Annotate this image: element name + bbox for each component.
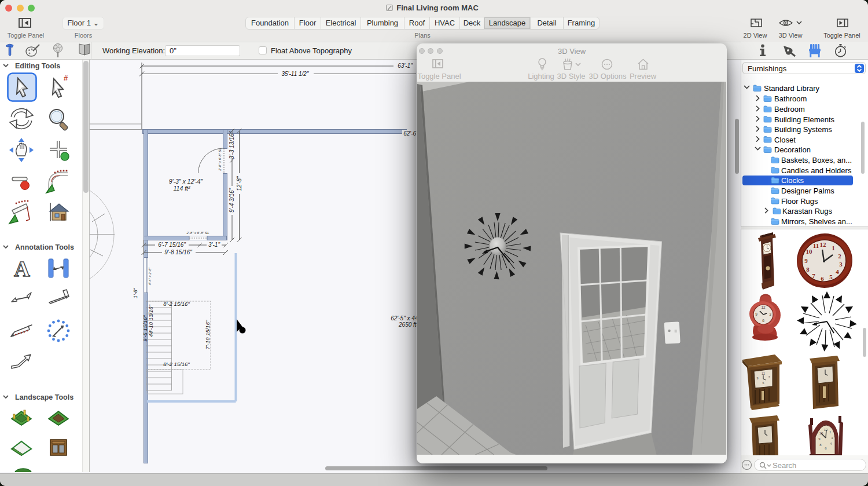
- svg-text:9: 9: [804, 257, 808, 264]
- svg-text:7: 7: [812, 272, 815, 279]
- svg-text:9'-3" x 12'-4": 9'-3" x 12'-4": [169, 178, 204, 185]
- svg-text:12: 12: [820, 241, 827, 248]
- svg-text:6'-7 15/16": 6'-7 15/16": [158, 242, 186, 248]
- svg-text:9'-5 15/16": 9'-5 15/16": [142, 315, 148, 342]
- svg-text:Karastan Rugs: Karastan Rugs: [782, 207, 832, 215]
- svg-text:8'-2 15/16": 8'-2 15/16": [163, 361, 190, 367]
- svg-text:11: 11: [813, 242, 819, 249]
- svg-text:6: 6: [762, 381, 764, 385]
- svg-text:35'-11 1/2": 35'-11 1/2": [282, 71, 309, 77]
- svg-text:Standard Library: Standard Library: [764, 84, 820, 93]
- svg-text:1: 1: [832, 244, 835, 251]
- svg-text:9'-8 15/16": 9'-8 15/16": [164, 249, 192, 255]
- svg-text:6: 6: [762, 319, 764, 323]
- svg-text:12: 12: [761, 305, 766, 309]
- svg-text:Designer Palms: Designer Palms: [781, 187, 834, 195]
- svg-text:Building Elements: Building Elements: [774, 115, 835, 124]
- svg-text:44'-10 13/16": 44'-10 13/16": [148, 304, 154, 337]
- svg-text:Closet: Closet: [774, 136, 796, 144]
- svg-text:Mirrors, Shelves an...: Mirrors, Shelves an...: [781, 217, 852, 226]
- svg-text:2: 2: [838, 253, 841, 260]
- svg-text:3: 3: [769, 312, 771, 316]
- svg-text:8: 8: [806, 266, 810, 273]
- svg-text:9: 9: [756, 377, 758, 380]
- svg-text:2650 ft²: 2650 ft²: [398, 321, 419, 328]
- svg-text:3: 3: [768, 375, 770, 379]
- svg-text:3'-3 13/16": 3'-3 13/16": [229, 131, 235, 159]
- svg-text:3: 3: [839, 261, 843, 268]
- svg-text:#: #: [64, 74, 68, 82]
- svg-text:7'-10 15/16": 7'-10 15/16": [204, 320, 211, 349]
- svg-text:A: A: [14, 257, 30, 281]
- svg-text:Clocks: Clocks: [781, 176, 804, 185]
- svg-text:4: 4: [836, 268, 839, 275]
- svg-text:Baskets, Boxes, an...: Baskets, Boxes, an...: [781, 156, 852, 165]
- svg-text:2'-8" x 6'-8" SL: 2'-8" x 6'-8" SL: [186, 231, 209, 235]
- svg-text:Candles and Holders: Candles and Holders: [781, 166, 852, 175]
- svg-text:8'-2 15/16": 8'-2 15/16": [163, 301, 190, 307]
- svg-text:3'-1": 3'-1": [208, 242, 220, 248]
- svg-text:Editing Tools: Editing Tools: [15, 62, 60, 70]
- svg-text:6: 6: [821, 275, 824, 282]
- svg-text:9'-4 3/16": 9'-4 3/16": [229, 188, 235, 213]
- svg-text:5: 5: [829, 273, 833, 280]
- svg-text:9: 9: [755, 312, 757, 316]
- svg-text:Landscape Tools: Landscape Tools: [15, 393, 73, 401]
- svg-text:1'-8": 1'-8": [133, 287, 138, 298]
- svg-text:12'-8": 12'-8": [236, 176, 242, 191]
- svg-text:Bedroom: Bedroom: [774, 105, 805, 114]
- svg-text:Decoration: Decoration: [774, 145, 811, 154]
- svg-text:Bathroom: Bathroom: [774, 94, 807, 103]
- svg-text:114 ft²: 114 ft²: [174, 185, 190, 192]
- svg-text:Annotation Tools: Annotation Tools: [15, 243, 74, 251]
- svg-text:Floor Rugs: Floor Rugs: [781, 197, 818, 206]
- svg-text:12: 12: [762, 372, 765, 375]
- svg-text:4'-4" x 2'-8": 4'-4" x 2'-8": [148, 267, 152, 285]
- svg-text:10: 10: [806, 248, 813, 255]
- svg-text:Building Systems: Building Systems: [774, 125, 832, 134]
- svg-text:2'-8" x 6'-8" SL: 2'-8" x 6'-8" SL: [218, 148, 222, 171]
- svg-text:63'-1": 63'-1": [398, 63, 413, 69]
